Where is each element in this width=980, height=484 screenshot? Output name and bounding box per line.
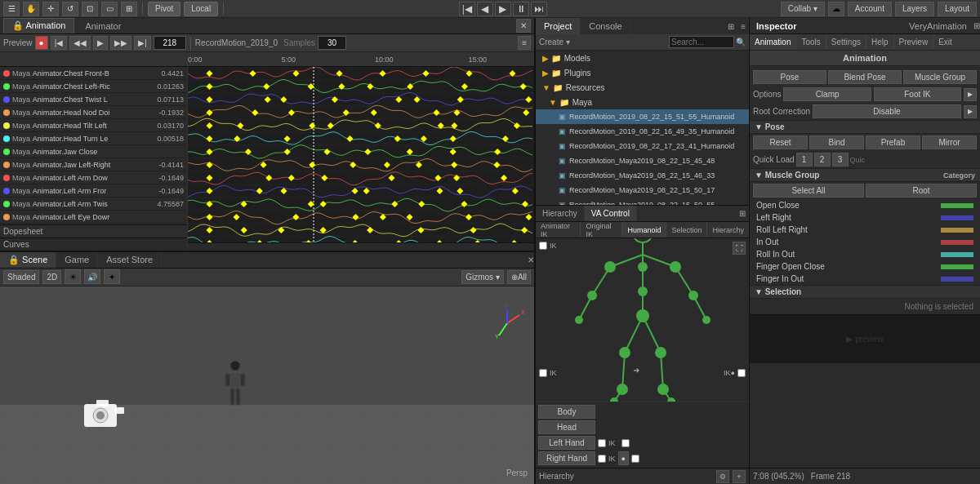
right-hand-ik3-check[interactable]	[631, 455, 639, 463]
ik-top-checkbox[interactable]: IK	[539, 242, 557, 250]
quick-load-2[interactable]: 2	[814, 153, 831, 167]
project-close-btn[interactable]: ⊞	[724, 18, 737, 34]
subtab-hierarchy[interactable]: Hierarchy	[707, 222, 749, 238]
humanoid-view[interactable]: IK ⛶	[536, 238, 749, 402]
right-hand-extra-btn[interactable]: ●	[618, 451, 629, 465]
track-label-4[interactable]: Maya Animator.Head Tilt Left 0.03170	[0, 119, 187, 132]
frame-input[interactable]	[154, 36, 186, 50]
tab-console[interactable]: Console	[581, 18, 630, 34]
left-hand-ik-check[interactable]	[598, 439, 606, 447]
tab-game[interactable]: Game	[56, 252, 98, 268]
collab-button[interactable]: Collab ▾	[781, 2, 825, 16]
account-button[interactable]: Account	[848, 2, 892, 16]
bind-btn[interactable]: Bind	[809, 135, 864, 149]
curves-view-button[interactable]: ≡	[518, 36, 531, 50]
prefab-btn[interactable]: Prefab	[866, 135, 920, 149]
ik-bottom-left-check[interactable]	[539, 369, 547, 377]
project-item-rm2[interactable]: ▣ RecordMotion_2019_08_22_16_49_35_Human…	[536, 124, 749, 139]
track-label-2[interactable]: Maya Animator.Chest Twist L 0.07113	[0, 93, 187, 106]
muscle-roll-left-right[interactable]: Roll Left Right	[750, 224, 980, 236]
track-label-8[interactable]: Maya Animator.Left Arm Dow -0.1649	[0, 171, 187, 184]
slide-btn[interactable]: ▶	[964, 105, 977, 118]
layout-button[interactable]: Layout	[938, 2, 977, 16]
layers-button[interactable]: Layers	[895, 2, 934, 16]
project-item-resources[interactable]: ▼ 📁 Resources	[536, 80, 749, 95]
inspector-tab-animation[interactable]: Animation	[750, 34, 796, 50]
all-button[interactable]: ⊕All	[507, 270, 531, 284]
audio-button[interactable]: 🔊	[84, 269, 100, 284]
muscle-left-right[interactable]: Left Right	[750, 211, 980, 224]
tool-rotate[interactable]: ↺	[62, 2, 78, 16]
tab-hierarchy[interactable]: Hierarchy	[536, 206, 585, 221]
tool-hand[interactable]: ✋	[23, 2, 39, 16]
track-label-3[interactable]: Maya Animator.Head Nod Doi -0.1932	[0, 106, 187, 119]
inspector-close-btn[interactable]: ⊞	[973, 21, 980, 30]
play-button[interactable]: ▶	[495, 2, 511, 16]
cloud-button[interactable]: ☁	[828, 2, 844, 16]
orientation-gizmo[interactable]: X Y Z	[487, 303, 528, 344]
clamp-btn[interactable]: Clamp	[783, 87, 871, 101]
scene-view[interactable]: X Y Z	[0, 286, 534, 485]
project-item-rm6[interactable]: ▣ RecordMotion_Maya2019_08_22_15_50_17	[536, 183, 749, 198]
scene-close-button[interactable]: ✕	[528, 252, 534, 268]
body-btn[interactable]: Body	[538, 405, 595, 419]
tool-transform[interactable]: ⊞	[121, 2, 137, 16]
muscle-group-btn[interactable]: Muscle Group	[903, 70, 977, 84]
track-label-0[interactable]: Maya Animator.Chest Front-B 0.4421	[0, 67, 187, 80]
anim-back-button[interactable]: ◀◀	[69, 36, 91, 50]
track-label-9[interactable]: Maya Animator.Left Arm Fror -0.1649	[0, 184, 187, 198]
tab-asset-store[interactable]: Asset Store	[98, 252, 162, 268]
tool-rect[interactable]: ▭	[101, 2, 118, 16]
subtab-animator-ik[interactable]: Animator IK	[536, 222, 581, 238]
anim-next-button[interactable]: ▶|	[134, 36, 151, 50]
tab-va-control[interactable]: VA Control	[585, 206, 637, 221]
muscle-finger-open-close[interactable]: Finger Open Close	[750, 260, 980, 273]
project-item-rm4[interactable]: ▣ RecordMotion_Maya2019_08_22_15_45_48	[536, 153, 749, 168]
inspector-tab-preview[interactable]: Preview	[894, 34, 934, 50]
project-search[interactable]	[669, 36, 734, 48]
va-control-close-btn[interactable]: ⊞	[736, 206, 749, 221]
pivot-button[interactable]: Pivot	[148, 2, 180, 16]
project-item-plugins[interactable]: ▶ 📁 Plugins	[536, 65, 749, 80]
curve-canvas-area[interactable]	[188, 67, 534, 242]
expand-button[interactable]: ⛶	[733, 242, 746, 255]
hierarchy-add-btn[interactable]: +	[733, 470, 746, 483]
ik-bottom-right-check[interactable]	[737, 369, 746, 377]
tool-scale[interactable]: ⊡	[82, 2, 98, 16]
ik-bottom-right[interactable]: IK●	[724, 369, 746, 377]
left-hand-btn[interactable]: Left Hand	[538, 436, 595, 450]
local-button[interactable]: Local	[184, 2, 218, 16]
project-item-models[interactable]: ▶ 📁 Models	[536, 51, 749, 65]
project-item-rm3[interactable]: ▣ RecordMotion_2019_08_22_17_23_41_Human…	[536, 139, 749, 153]
tool-move[interactable]: ✛	[42, 2, 59, 16]
shading-button[interactable]: Shaded	[3, 270, 39, 284]
subtab-original-ik[interactable]: Original IK	[581, 222, 622, 238]
quick-load-1[interactable]: 1	[796, 153, 813, 167]
tab-scene[interactable]: 🔒 Scene	[0, 252, 56, 268]
track-label-11[interactable]: Maya Animator.Left Eye Dowr	[0, 211, 187, 224]
reset-btn[interactable]: Reset	[753, 135, 808, 149]
mirror-btn[interactable]: Mirror	[922, 135, 977, 149]
subtab-selection[interactable]: Selection	[666, 222, 707, 238]
tab-animation[interactable]: 🔒 Animation	[3, 18, 74, 33]
disable-btn[interactable]: Disable	[813, 104, 961, 118]
project-item-maya[interactable]: ▼ 📁 Maya	[536, 95, 749, 109]
foot-ik-btn[interactable]: Foot IK	[874, 87, 961, 101]
hierarchy-settings-btn[interactable]: ⚙	[716, 470, 729, 483]
prev-frame-button[interactable]: ◀	[477, 2, 493, 16]
left-hand-ik2-check[interactable]	[621, 439, 630, 447]
ik-bottom-left[interactable]: IK	[539, 369, 557, 377]
muscle-finger-in-out[interactable]: Finger In Out	[750, 273, 980, 285]
close-panel-button[interactable]: ✕	[516, 19, 531, 33]
anim-prev-button[interactable]: |◀	[51, 36, 68, 50]
project-item-rm1[interactable]: ▣ RecordMotion_2019_08_22_15_51_55_Human…	[536, 109, 749, 124]
options-on-btn[interactable]: ▶	[964, 88, 977, 101]
root-btn[interactable]: Root	[866, 184, 977, 198]
exit-btn[interactable]: Exit	[933, 34, 957, 50]
timeline-scrollbar[interactable]	[188, 242, 534, 251]
lighting-button[interactable]: ☀	[65, 269, 81, 284]
muscle-in-out[interactable]: In Out	[750, 236, 980, 248]
effects-button[interactable]: ✦	[104, 269, 120, 284]
right-hand-btn[interactable]: Right Hand	[538, 451, 595, 465]
muscle-open-close[interactable]: Open Close	[750, 199, 980, 211]
